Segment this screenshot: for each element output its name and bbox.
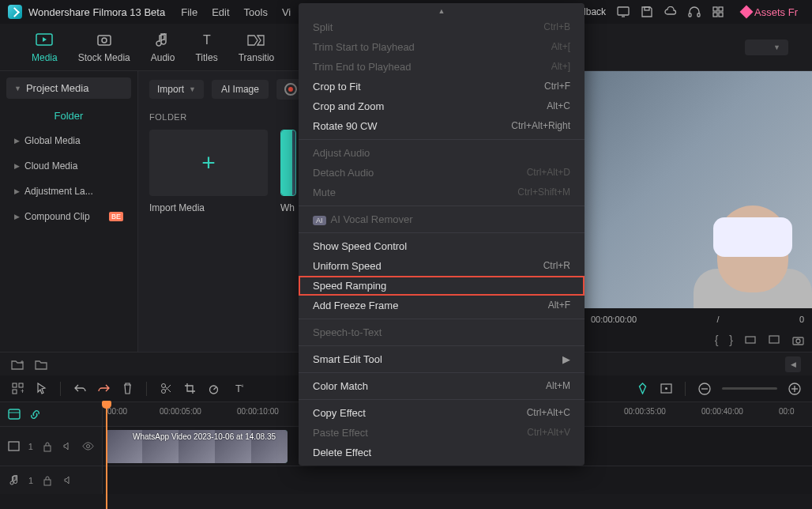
tab-media[interactable]: Media [32, 32, 58, 63]
menu-item-rotate-90-cw[interactable]: Rotate 90 CWCtrl+Alt+Right [299, 116, 585, 136]
menu-item-color-match[interactable]: Color MatchAlt+M [299, 376, 585, 396]
chevron-right-icon: ▶ [14, 137, 20, 145]
menu-item-uniform-speed[interactable]: Uniform SpeedCtrl+R [299, 256, 585, 276]
audio-track-icon[interactable] [8, 474, 21, 487]
sidebar-item-global-media[interactable]: ▶Global Media [6, 128, 131, 153]
preview-viewport[interactable] [583, 71, 812, 308]
text-tool-icon[interactable]: T+ [231, 383, 243, 395]
menu-item-crop-to-fit[interactable]: Crop to FitCtrl+F [299, 77, 585, 96]
menu-shortcut: Alt+[ [551, 41, 570, 53]
media-clip-tile[interactable]: Wh [280, 130, 296, 213]
menu-item-paste-effect: Paste EffectCtrl+Alt+V [299, 423, 585, 443]
video-track-icon[interactable] [8, 440, 21, 453]
menu-item-speed-ramping[interactable]: Speed Ramping [299, 276, 585, 296]
svg-rect-15 [769, 336, 779, 343]
folder-tab[interactable]: Folder [6, 99, 131, 128]
tab-transitions[interactable]: Transitio [239, 32, 275, 63]
headphones-icon[interactable] [688, 6, 701, 18]
undo-icon[interactable] [73, 383, 86, 395]
menu-item-label: Smart Edit Tool [313, 353, 382, 365]
menu-view[interactable]: Vi [282, 6, 291, 18]
visibility-icon[interactable] [81, 440, 94, 453]
assets-button[interactable]: Assets Fr [735, 5, 804, 20]
menu-shortcut: Alt+M [546, 380, 570, 392]
svg-rect-7 [713, 13, 717, 17]
ai-image-button[interactable]: AI Image [212, 80, 269, 99]
assets-label: Assets Fr [754, 6, 798, 18]
addons-icon[interactable]: + [11, 383, 24, 395]
tab-audio[interactable]: Audio [151, 32, 175, 63]
timeline-clip-icon[interactable] [8, 408, 21, 420]
menu-item-delete-effect[interactable]: Delete Effect [299, 443, 585, 462]
folder-icon[interactable] [35, 358, 47, 371]
sidebar-item-cloud-media[interactable]: ▶Cloud Media [6, 153, 131, 179]
menu-item-add-freeze-frame[interactable]: Add Freeze FrameAlt+F [299, 296, 585, 315]
ruler-tick: 00:00:40:00 [701, 407, 743, 416]
plus-icon: + [201, 149, 216, 176]
collapse-panel-button[interactable]: ◀ [785, 356, 801, 372]
menu-separator [299, 372, 585, 373]
brace-close-icon[interactable]: } [729, 334, 733, 346]
playhead[interactable] [106, 402, 107, 509]
speed-icon[interactable] [207, 383, 220, 395]
tab-label: Titles [195, 52, 217, 63]
display-mode-icon[interactable] [768, 334, 780, 346]
zoom-slider[interactable] [722, 387, 777, 390]
grid-icon[interactable] [712, 6, 724, 18]
mute-track-icon[interactable] [62, 440, 74, 453]
zoom-in-icon[interactable] [788, 383, 801, 395]
menu-file[interactable]: File [181, 6, 197, 18]
menu-item-show-speed-control[interactable]: Show Speed Control [299, 236, 585, 256]
redo-icon[interactable] [97, 383, 110, 395]
crop-icon[interactable] [183, 383, 196, 395]
time-total: 0 [799, 315, 804, 324]
menu-edit[interactable]: Edit [212, 6, 229, 18]
menu-shortcut: Ctrl+Shift+M [517, 187, 570, 198]
marker-icon[interactable] [636, 383, 648, 395]
mute-track-icon[interactable] [62, 474, 74, 487]
timeline-clip[interactable]: WhatsApp Video 2023-10-06 at 14.08.35 [106, 430, 288, 463]
menu-item-label: Crop and Zoom [313, 100, 384, 112]
left-panel: ▼ Project Media Folder ▶Global Media ▶Cl… [0, 71, 138, 352]
ratio-icon[interactable] [744, 334, 757, 346]
keyframe-view-icon[interactable] [660, 383, 672, 395]
cursor-icon[interactable] [35, 383, 47, 395]
sidebar-item-label: Global Media [24, 135, 81, 146]
zoom-out-icon[interactable] [698, 383, 711, 395]
delete-icon[interactable] [121, 383, 133, 395]
menu-item-label: Speech-to-Text [313, 326, 382, 338]
tab-stock-media[interactable]: Stock Media [78, 32, 130, 63]
tab-titles[interactable]: T Titles [195, 32, 217, 63]
svg-rect-39 [44, 446, 51, 451]
svg-point-12 [102, 38, 107, 43]
import-media-tile[interactable]: + Import Media [149, 130, 268, 213]
import-dropdown[interactable]: Import▼ [149, 80, 204, 99]
new-folder-icon[interactable] [11, 358, 24, 371]
scroll-up-icon[interactable]: ▲ [299, 6, 585, 17]
cloud-icon[interactable] [664, 6, 677, 18]
menu-item-smart-edit-tool[interactable]: Smart Edit Tool▶ [299, 349, 585, 369]
sidebar-item-adjustment-layer[interactable]: ▶Adjustment La... [6, 179, 131, 204]
menu-item-label: AI Vocal Remover [331, 213, 413, 225]
context-menu: ▲ SplitCtrl+BTrim Start to PlayheadAlt+[… [299, 3, 585, 466]
svg-point-24 [161, 384, 165, 388]
menu-item-copy-effect[interactable]: Copy EffectCtrl+Alt+C [299, 403, 585, 423]
link-icon[interactable] [28, 408, 41, 420]
lock-icon[interactable] [41, 474, 54, 487]
menu-item-crop-and-zoom[interactable]: Crop and ZoomAlt+C [299, 96, 585, 116]
menu-item-trim-start-to-playhead: Trim Start to PlayheadAlt+[ [299, 37, 585, 57]
split-icon[interactable] [160, 383, 172, 395]
save-icon[interactable] [641, 6, 653, 18]
sidebar-item-compound-clip[interactable]: ▶Compound ClipBE [6, 204, 131, 229]
lock-icon[interactable] [41, 440, 54, 453]
svg-rect-20 [13, 383, 17, 387]
tile-label: Wh [280, 202, 296, 213]
menu-tools[interactable]: Tools [244, 6, 268, 18]
menu-item-label: Color Match [313, 380, 368, 392]
display-icon[interactable] [617, 6, 630, 18]
brace-open-icon[interactable]: { [715, 334, 719, 346]
snapshot-icon[interactable] [791, 334, 804, 346]
dropdown-right[interactable]: ▼ [745, 40, 788, 55]
menu-item-mute: MuteCtrl+Shift+M [299, 183, 585, 202]
project-media-header[interactable]: ▼ Project Media [6, 77, 131, 99]
